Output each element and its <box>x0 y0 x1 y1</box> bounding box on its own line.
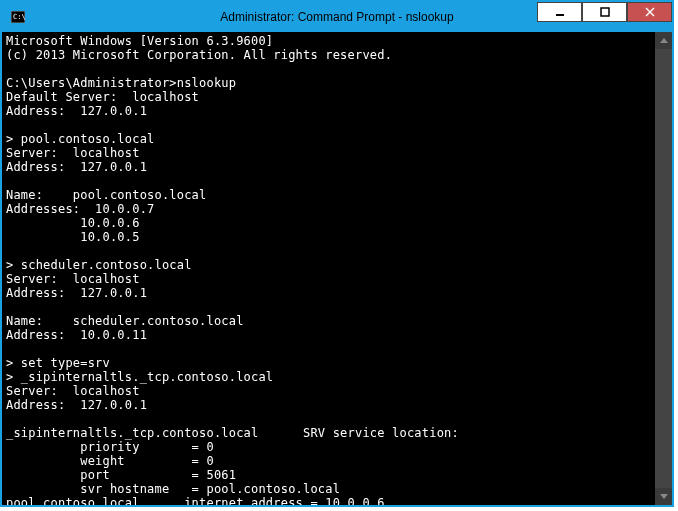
scroll-down-button[interactable] <box>655 488 672 505</box>
titlebar[interactable]: C:\ Administrator: Command Prompt - nslo… <box>2 2 672 32</box>
svg-marker-7 <box>660 494 668 499</box>
svg-marker-6 <box>660 38 668 43</box>
maximize-button[interactable] <box>582 2 627 22</box>
scroll-up-button[interactable] <box>655 32 672 49</box>
scroll-track[interactable] <box>655 49 672 488</box>
window-controls <box>537 2 672 22</box>
close-button[interactable] <box>627 2 672 22</box>
minimize-button[interactable] <box>537 2 582 22</box>
svg-text:C:\: C:\ <box>13 13 25 21</box>
terminal-area: Microsoft Windows [Version 6.3.9600] (c)… <box>2 32 672 505</box>
terminal-output[interactable]: Microsoft Windows [Version 6.3.9600] (c)… <box>2 32 655 505</box>
app-icon: C:\ <box>10 9 26 25</box>
scrollbar[interactable] <box>655 32 672 505</box>
scroll-thumb[interactable] <box>655 49 672 488</box>
command-prompt-window: C:\ Administrator: Command Prompt - nslo… <box>0 0 674 507</box>
svg-rect-3 <box>601 8 609 16</box>
